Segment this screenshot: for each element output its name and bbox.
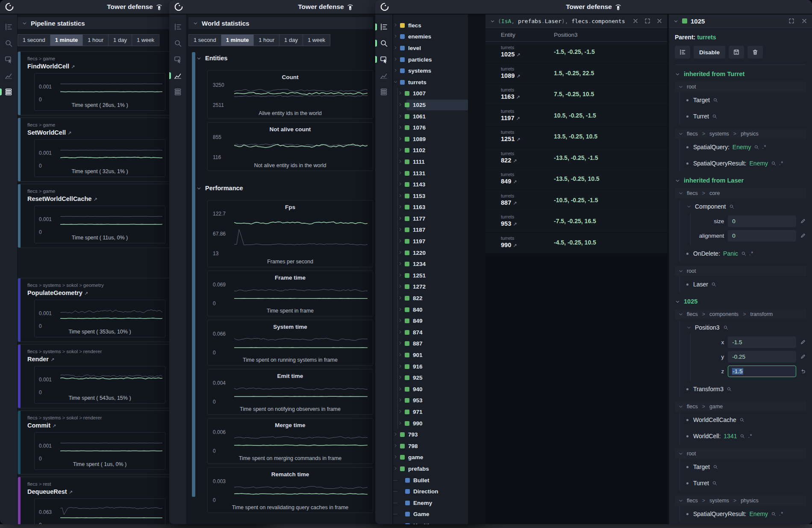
system-name[interactable]: FindWorldCell↗ — [27, 63, 75, 70]
tree-item-916[interactable]: 916 — [398, 361, 468, 372]
tab-1-minute[interactable]: 1 minute — [221, 35, 254, 46]
component-value-link[interactable]: 1341 — [724, 433, 737, 440]
tree-item-1089[interactable]: 1089 — [398, 133, 468, 145]
section-header-Performance[interactable]: Performance — [196, 182, 373, 194]
tree-item-1111[interactable]: 1111 — [398, 156, 468, 168]
search-component-icon[interactable] — [739, 417, 744, 422]
inspector-section-1025[interactable]: 1025 — [675, 298, 806, 305]
component-Laser[interactable]: Laser — [686, 276, 806, 292]
chart-icon[interactable] — [0, 68, 17, 84]
search-component-icon[interactable] — [723, 325, 728, 330]
chevron-right-icon[interactable] — [398, 147, 402, 153]
search-icon[interactable] — [169, 35, 186, 51]
system-name[interactable]: Render↗ — [27, 356, 54, 363]
component-Component[interactable]: Component — [686, 200, 806, 213]
open-link-icon[interactable]: ↗ — [513, 201, 517, 206]
inspector-section-inherited-from-Laser[interactable]: inherited from Laser — [675, 177, 806, 184]
open-link-icon[interactable]: ↗ — [50, 357, 54, 362]
inspect-icon[interactable] — [169, 51, 186, 68]
chevron-right-icon[interactable] — [398, 420, 402, 427]
chevron-right-icon[interactable] — [398, 250, 402, 256]
chart-icon[interactable] — [169, 68, 186, 84]
world-panel-header[interactable]: World statistics — [188, 17, 373, 29]
open-link-icon[interactable]: ↗ — [516, 137, 520, 142]
tab-1-hour[interactable]: 1 hour — [254, 35, 279, 46]
stats-icon[interactable] — [0, 84, 17, 100]
chevron-right-icon[interactable] — [398, 102, 402, 108]
tree-item-874[interactable]: 874 — [398, 327, 468, 338]
inspector-section-inherited-from-Turret[interactable]: inherited from Turret — [675, 71, 806, 77]
query-row-887[interactable]: turrets887↗-10.5, -0.25, -1.5 — [485, 190, 667, 212]
component-group-flecs-game[interactable]: flecs>game — [675, 401, 806, 412]
open-link-icon[interactable]: ↗ — [516, 74, 520, 79]
chevron-right-icon[interactable] — [398, 272, 402, 279]
chevron-right-icon[interactable] — [398, 363, 402, 370]
tree-item-turrets[interactable]: turrets — [393, 77, 468, 88]
chevron-right-icon[interactable] — [398, 136, 402, 142]
entity-id[interactable]: 1197↗ — [501, 115, 520, 121]
fullscreen-icon[interactable] — [644, 18, 651, 24]
chevron-right-icon[interactable] — [393, 466, 397, 472]
component-group-root[interactable]: root — [675, 448, 806, 459]
search-component-icon[interactable] — [740, 434, 745, 439]
tree-item-1076[interactable]: 1076 — [398, 122, 468, 133]
open-link-icon[interactable]: ↗ — [52, 423, 56, 428]
tree-item-game[interactable]: game — [393, 452, 468, 463]
tree-item-1163[interactable]: 1163 — [398, 202, 468, 213]
edit-pencil-icon[interactable] — [800, 233, 806, 239]
field-input[interactable]: 0 — [728, 215, 796, 227]
component-Target[interactable]: Target — [686, 92, 806, 108]
entity-id[interactable]: 1251↗ — [501, 136, 520, 142]
entity-id[interactable]: 953↗ — [501, 220, 517, 227]
field-input[interactable]: -1.5 — [728, 336, 796, 348]
chart-icon[interactable] — [375, 68, 392, 84]
fullscreen-icon[interactable] — [788, 18, 795, 24]
component-Transform3[interactable]: Transform3 — [686, 381, 806, 397]
field-input[interactable]: -0.25 — [728, 351, 796, 363]
component-group-root[interactable]: root — [675, 82, 806, 92]
stats-icon[interactable] — [375, 84, 392, 100]
tab-1-week[interactable]: 1 week — [132, 35, 159, 46]
component-Turret[interactable]: Turret — [686, 475, 806, 491]
chevron-right-icon[interactable] — [398, 329, 402, 336]
tree-item-971[interactable]: 971 — [398, 406, 468, 418]
inspect-icon[interactable] — [0, 51, 17, 68]
undo-icon[interactable] — [800, 368, 806, 374]
tree-item-Health[interactable]: Health — [393, 520, 468, 524]
entity-id[interactable]: 1163↗ — [501, 93, 520, 100]
chevron-right-icon[interactable] — [398, 227, 402, 233]
component-Turret[interactable]: Turret — [686, 108, 806, 124]
component-SpatialQueryResult[interactable]: SpatialQueryResult:Enemy.* — [686, 155, 806, 171]
tree-item-849[interactable]: 849 — [398, 315, 468, 327]
search-component-icon[interactable] — [754, 145, 759, 150]
tree-item-enemies[interactable]: enemies — [393, 31, 468, 43]
component-group-flecs-core[interactable]: flecs>core — [675, 188, 806, 198]
tree-item-940[interactable]: 940 — [398, 383, 468, 395]
tree-item-822[interactable]: 822 — [398, 292, 468, 304]
query-expression[interactable]: (IsA, prefabs.Laser), flecs.components — [498, 18, 627, 24]
tree-item-1272[interactable]: 1272 — [398, 281, 468, 293]
component-group-flecs-systems-physics[interactable]: flecs>systems>physics — [675, 129, 806, 139]
chevron-right-icon[interactable] — [393, 33, 397, 40]
chevron-right-icon[interactable] — [398, 352, 402, 358]
component-value-link[interactable]: Panic — [723, 250, 738, 257]
edit-pencil-icon[interactable] — [800, 354, 806, 360]
field-input[interactable]: 0 — [728, 230, 796, 242]
chevron-right-icon[interactable] — [398, 318, 402, 324]
component-OnDelete[interactable]: OnDelete:Panic.* — [686, 245, 806, 262]
search-component-icon[interactable] — [741, 251, 746, 256]
tree-item-1131[interactable]: 1131 — [398, 168, 468, 179]
tree-item-1061[interactable]: 1061 — [398, 111, 468, 122]
tab-1-day[interactable]: 1 day — [279, 35, 303, 46]
pipeline-panel-header[interactable]: Pipeline statistics — [18, 17, 170, 29]
pair-wildcard-icon[interactable]: .* — [779, 160, 783, 166]
chevron-right-icon[interactable] — [393, 56, 397, 63]
edit-pencil-icon[interactable] — [800, 339, 806, 345]
tree-icon[interactable] — [375, 19, 392, 35]
open-link-icon[interactable]: ↗ — [84, 291, 88, 296]
pair-wildcard-icon[interactable]: .* — [749, 251, 753, 257]
tree-item-Enemy[interactable]: Enemy — [393, 497, 468, 509]
component-Position3[interactable]: Position3 — [686, 321, 806, 334]
chevron-right-icon[interactable] — [398, 204, 402, 210]
chevron-down-icon[interactable] — [393, 79, 397, 86]
